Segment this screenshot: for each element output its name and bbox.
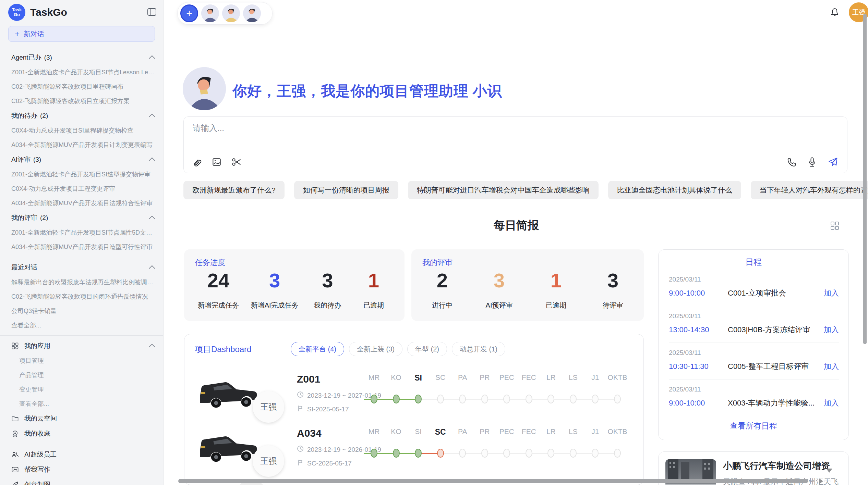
sidebar-item[interactable]: Z001-全新燃油轻卡产品开发项目SI造型提交物评审	[0, 167, 163, 182]
send-icon[interactable]	[827, 157, 838, 167]
milestone-node[interactable]	[526, 395, 532, 403]
milestone-node[interactable]	[526, 449, 532, 458]
my-apps-header[interactable]: 我的应用	[0, 338, 163, 353]
collapse-sidebar-icon[interactable]	[147, 8, 156, 16]
recent-chat-item[interactable]: 解释最新出台的欧盟报废车法规再生塑料比例被调至15%...	[0, 275, 163, 289]
new-chat-button[interactable]: + 新对话	[8, 26, 155, 42]
sidebar-item[interactable]: A034-全新新能源MUV产品开发项目计划变更表编写	[0, 138, 163, 152]
milestone-node[interactable]	[481, 395, 488, 403]
scissors-icon[interactable]	[231, 157, 242, 167]
event-time: 9:00-10:00	[669, 399, 728, 408]
milestone-node[interactable]	[415, 395, 422, 403]
milestone-node[interactable]	[437, 395, 444, 403]
milestone-node[interactable]	[592, 395, 599, 403]
milestone-node[interactable]	[614, 395, 621, 403]
recent-chats-header[interactable]: 最近对话	[0, 260, 163, 275]
stat-value: 2	[425, 271, 459, 290]
event-date: 2025/03/11	[669, 349, 839, 357]
sidebar-tool-label: 帮我写作	[24, 465, 50, 474]
sidebar-item[interactable]: A034-全新新能源MUV产品开发项目法规符合性评审	[0, 196, 163, 210]
stat-value: 3	[310, 271, 345, 290]
suggestion-chip[interactable]: 欧洲新规最近颁布了什么?	[183, 181, 285, 199]
milestone-node[interactable]	[393, 395, 400, 403]
sidebar-link-badge-icon[interactable]: 我的收藏	[0, 426, 163, 441]
sidebar-item[interactable]: Z001-全新燃油皮卡产品开发项目SI节点Lesson Learn报告	[0, 65, 163, 79]
suggestion-chip[interactable]: 当下年轻人对汽车外观有怎样的喜好趋势	[751, 181, 868, 199]
dashboard-filter-chip[interactable]: 动总开发 (1)	[452, 342, 505, 356]
app-item[interactable]: 变更管理	[0, 382, 163, 397]
milestone-node[interactable]	[547, 395, 554, 403]
milestone-node[interactable]	[547, 449, 554, 458]
sidebar-tool-people-icon[interactable]: AI超级员工	[0, 447, 163, 462]
layout-grid-icon[interactable]	[830, 221, 840, 231]
app-item[interactable]: 项目管理	[0, 353, 163, 368]
sidebar-group-header[interactable]: AI评审(3)	[0, 152, 163, 167]
pen-icon	[11, 481, 20, 485]
sidebar-item[interactable]: A034-全新新能源MUV产品开发项目造型可行性评审	[0, 240, 163, 254]
sidebar-tool-pen-icon[interactable]: 创意制图	[0, 477, 163, 485]
user-avatar-2[interactable]	[222, 4, 240, 22]
milestone-node[interactable]	[371, 395, 377, 403]
milestone-node[interactable]	[459, 449, 466, 458]
sidebar-tool-write-icon[interactable]: 帮我写作	[0, 462, 163, 477]
milestone-node[interactable]	[371, 449, 377, 458]
sidebar-group-header[interactable]: Agent已办(3)	[0, 50, 163, 65]
milestone-node[interactable]	[570, 449, 577, 458]
vertical-scrollbar[interactable]	[863, 14, 867, 344]
sidebar-item[interactable]: C0X4-动力总成开发项目工程变更评审	[0, 182, 163, 196]
sidebar-item[interactable]: C0X4-动力总成开发项目SI里程碑提交物检查	[0, 123, 163, 138]
project-flag-milestone: SC-2025-05-17	[297, 459, 352, 468]
milestone-node[interactable]	[503, 395, 510, 403]
image-icon[interactable]	[211, 157, 222, 167]
user-avatar-1[interactable]	[201, 4, 219, 22]
sidebar-item[interactable]: C02-飞腾新能源轻客改款项目立项汇报方案	[0, 94, 163, 108]
microphone-icon[interactable]	[807, 157, 818, 167]
scroll-right-arrow[interactable]	[819, 478, 823, 484]
write-icon	[11, 465, 20, 474]
sidebar-group-header[interactable]: 我的待办(2)	[0, 108, 163, 123]
milestone-node[interactable]	[503, 449, 510, 458]
suggestion-chip[interactable]: 如何写一份清晰的项目周报	[294, 181, 398, 199]
schedule-title: 日程	[659, 257, 848, 268]
event-join-link[interactable]: 加入	[824, 361, 839, 372]
suggestion-chip[interactable]: 比亚迪全固态电池计划具体说了什么	[608, 181, 741, 199]
sidebar-group-header[interactable]: 我的评审(2)	[0, 210, 163, 225]
milestone-track: MRKOSISCPAPRPECFECLRLSJ1OKTB	[364, 427, 631, 472]
milestone-node[interactable]	[393, 449, 400, 458]
add-session-button[interactable]: +	[180, 4, 198, 22]
sidebar-item[interactable]: C02-飞腾新能源轻客改款项目里程碑画布	[0, 79, 163, 94]
paperclip-icon[interactable]	[191, 157, 202, 167]
recent-chat-item[interactable]: C02-飞腾新能源轻客改款项目的闭环通告反馈情况	[0, 289, 163, 304]
bell-icon[interactable]	[830, 6, 840, 16]
project-flag-text: SI-2025-05-17	[307, 406, 349, 413]
schedule-card: 日程 2025/03/119:00-10:00C001-立项审批会加入2025/…	[658, 249, 849, 440]
milestone-node[interactable]	[614, 449, 621, 458]
dashboard-filter-chip[interactable]: 全新平台 (4)	[291, 342, 344, 356]
milestone-node[interactable]	[459, 395, 466, 403]
milestone-node[interactable]	[415, 449, 422, 458]
view-all-chats-link[interactable]: 查看全部...	[0, 318, 163, 333]
horizontal-scrollbar[interactable]	[178, 479, 808, 483]
event-join-link[interactable]: 加入	[824, 325, 839, 335]
event-join-link[interactable]: 加入	[824, 398, 839, 408]
message-input[interactable]	[192, 123, 708, 133]
event-join-link[interactable]: 加入	[824, 288, 839, 298]
milestone-node[interactable]	[570, 395, 577, 403]
view-all-schedule-link[interactable]: 查看所有日程	[659, 421, 848, 431]
event-row: 13:00-14:30C003|H0B-方案冻结评审加入	[669, 325, 839, 335]
sidebar-item[interactable]: Z001-全新燃油轻卡产品开发项目SI节点属性5D文件评审	[0, 225, 163, 240]
milestone-node[interactable]	[481, 449, 488, 458]
phone-icon[interactable]	[786, 157, 797, 167]
milestone-node[interactable]	[592, 449, 599, 458]
suggestion-chip[interactable]: 特朗普可能对进口汽车增税会对中国车企造成哪些影响	[408, 181, 599, 199]
sidebar-link-folder-icon[interactable]: 我的云空间	[0, 411, 163, 426]
project-flag-text: SC-2025-05-17	[307, 460, 352, 467]
dashboard-filter-chip[interactable]: 全新上装 (3)	[349, 342, 402, 356]
scroll-down-arrow[interactable]	[826, 469, 832, 473]
view-all-apps-link[interactable]: 查看全部...	[0, 397, 163, 411]
app-item[interactable]: 产品管理	[0, 368, 163, 382]
user-avatar-3[interactable]	[243, 4, 261, 22]
milestone-node[interactable]	[437, 449, 444, 458]
dashboard-filter-chip[interactable]: 年型 (2)	[407, 342, 447, 356]
recent-chat-item[interactable]: 公司Q3轻卡销量	[0, 304, 163, 318]
